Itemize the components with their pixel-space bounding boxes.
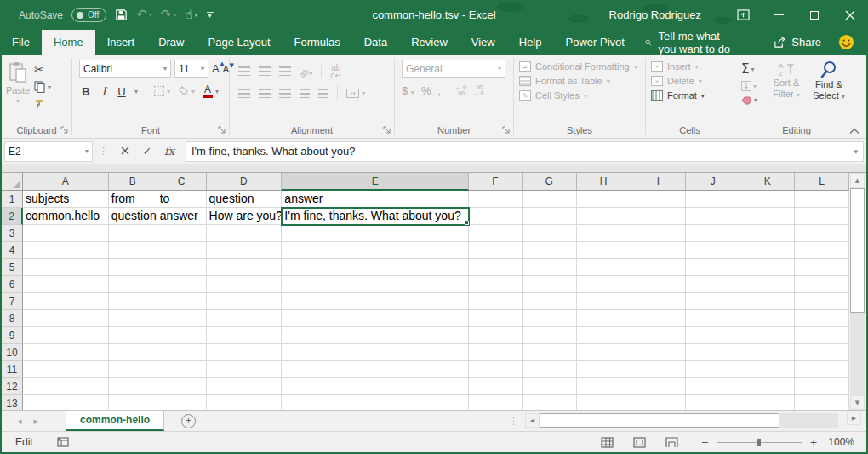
italic-button[interactable]: I: [99, 85, 109, 98]
font-name-dropdown[interactable]: Calibri ▾: [79, 60, 171, 78]
cell-B5[interactable]: [109, 259, 157, 276]
cell-J9[interactable]: [686, 327, 740, 344]
cell-L5[interactable]: [795, 259, 849, 276]
underline-button[interactable]: U: [117, 85, 127, 98]
decrease-indent-icon[interactable]: [300, 89, 310, 98]
cell-B7[interactable]: [109, 293, 157, 310]
cell-B12[interactable]: [109, 378, 157, 395]
wrap-text-button[interactable]: abc↵: [330, 64, 341, 79]
merge-center-button[interactable]: ↔ ▾: [346, 89, 365, 98]
scroll-left-icon[interactable]: ◀: [525, 413, 540, 428]
feedback-button[interactable]: [831, 30, 868, 55]
cell-K2[interactable]: [740, 208, 795, 225]
cell-G3[interactable]: [523, 225, 577, 242]
cell-K6[interactable]: [740, 276, 795, 293]
cell-A5[interactable]: [23, 259, 109, 276]
tab-home[interactable]: Home: [42, 30, 95, 55]
cell-D12[interactable]: [207, 378, 283, 395]
cell-J3[interactable]: [686, 225, 740, 242]
maximize-button[interactable]: [797, 0, 832, 30]
cell-E11[interactable]: [282, 361, 469, 378]
cell-J4[interactable]: [686, 242, 740, 259]
cell-C6[interactable]: [157, 276, 207, 293]
cell-A8[interactable]: [23, 310, 109, 327]
fill-button[interactable]: ↓▾: [741, 81, 765, 91]
cell-C10[interactable]: [157, 344, 207, 361]
cell-G11[interactable]: [523, 361, 577, 378]
zoom-in-button[interactable]: +: [808, 435, 819, 449]
cell-J10[interactable]: [686, 344, 740, 361]
borders-button[interactable]: ▾: [154, 86, 170, 96]
column-header-F[interactable]: F: [469, 173, 523, 191]
cell-J2[interactable]: [686, 208, 740, 225]
cell-L11[interactable]: [795, 361, 849, 378]
cell-H7[interactable]: [577, 293, 631, 310]
cell-J7[interactable]: [686, 293, 740, 310]
column-header-C[interactable]: C: [157, 173, 207, 191]
cell-A2[interactable]: common.hello: [23, 208, 109, 225]
fill-handle[interactable]: [465, 221, 469, 225]
cell-J8[interactable]: [686, 310, 740, 327]
cell-F6[interactable]: [469, 276, 523, 293]
tab-formulas[interactable]: Formulas: [283, 30, 352, 55]
cell-H4[interactable]: [577, 242, 631, 259]
currency-button[interactable]: $ ▾: [402, 84, 414, 97]
cell-A11[interactable]: [23, 361, 109, 378]
cell-C13[interactable]: [157, 395, 207, 410]
row-header-6[interactable]: 6: [2, 276, 23, 293]
cell-A3[interactable]: [23, 225, 109, 242]
orientation-button[interactable]: ab▾: [300, 64, 312, 79]
dialog-launcher-icon[interactable]: [502, 126, 511, 135]
column-header-L[interactable]: L: [795, 173, 849, 191]
comma-button[interactable]: ,: [437, 84, 441, 97]
cell-K9[interactable]: [740, 327, 795, 344]
tab-review[interactable]: Review: [399, 30, 460, 55]
cell-L7[interactable]: [795, 293, 849, 310]
ribbon-display-options-button[interactable]: [725, 0, 761, 30]
zoom-slider-thumb[interactable]: [757, 439, 761, 446]
align-middle-icon[interactable]: [259, 66, 271, 76]
redo-button[interactable]: ↷▾: [161, 9, 177, 21]
zoom-level[interactable]: 100%: [827, 436, 866, 448]
cell-J13[interactable]: [686, 395, 740, 410]
cell-E8[interactable]: [282, 310, 469, 327]
cell-I1[interactable]: [631, 191, 687, 208]
cell-F12[interactable]: [469, 378, 523, 395]
cell-A6[interactable]: [23, 276, 109, 293]
sheet-tab-common-hello[interactable]: common-hello: [66, 411, 164, 431]
cell-H1[interactable]: [577, 191, 631, 208]
dialog-launcher-icon[interactable]: [218, 126, 226, 135]
cell-D2[interactable]: How are you?: [207, 208, 283, 225]
align-top-icon[interactable]: [238, 66, 250, 76]
cell-D3[interactable]: [207, 225, 283, 242]
cell-B10[interactable]: [109, 344, 157, 361]
cell-G10[interactable]: [523, 344, 577, 361]
align-bottom-icon[interactable]: [279, 66, 291, 76]
row-header-10[interactable]: 10: [2, 344, 23, 361]
cell-J6[interactable]: [686, 276, 740, 293]
clear-button[interactable]: ▾: [741, 95, 765, 105]
cell-H9[interactable]: [577, 327, 631, 344]
cell-E5[interactable]: [282, 259, 469, 276]
cell-F13[interactable]: [469, 395, 523, 410]
increase-indent-icon[interactable]: [318, 89, 328, 98]
conditional-formatting-button[interactable]: ≠ Conditional Formatting▾: [519, 61, 645, 72]
cell-C12[interactable]: [157, 378, 207, 395]
macro-record-button[interactable]: [57, 437, 69, 447]
sheet-nav-left-icon[interactable]: ◂: [17, 416, 22, 427]
cell-H12[interactable]: [577, 378, 631, 395]
enter-button[interactable]: ✓: [136, 145, 158, 158]
cell-K10[interactable]: [740, 344, 795, 361]
cell-F4[interactable]: [469, 242, 523, 259]
scroll-down-icon[interactable]: ▼: [850, 395, 865, 410]
increase-decimal-button[interactable]: ←.0.00: [455, 84, 466, 96]
cell-L12[interactable]: [795, 378, 849, 395]
cell-F1[interactable]: [469, 191, 523, 208]
cell-I5[interactable]: [631, 259, 687, 276]
cell-I12[interactable]: [631, 378, 687, 395]
zoom-out-button[interactable]: −: [700, 435, 710, 449]
view-page-break-button[interactable]: [655, 432, 688, 453]
font-color-button[interactable]: A ▾: [203, 85, 219, 98]
copy-button[interactable]: ▾: [34, 81, 51, 93]
cell-K7[interactable]: [740, 293, 795, 310]
